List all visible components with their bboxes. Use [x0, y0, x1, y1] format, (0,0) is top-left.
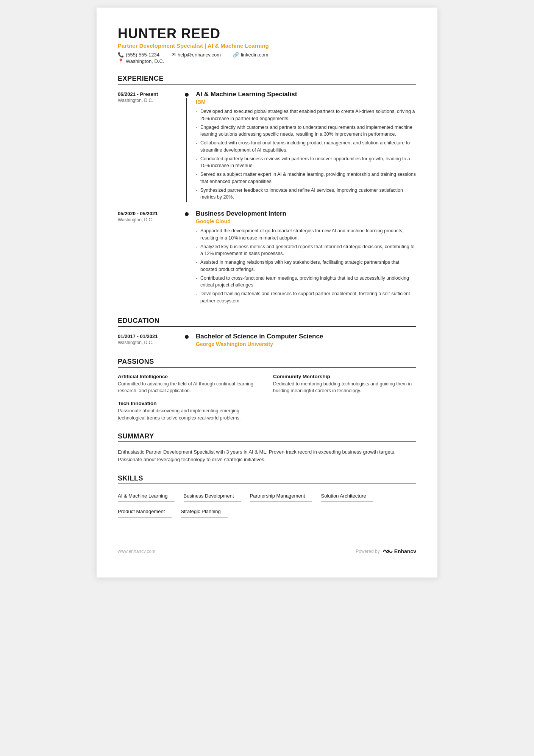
- bullet: Served as a subject matter expert in AI …: [196, 171, 416, 185]
- job-location-1: Washington, D.C.: [118, 98, 182, 103]
- powered-by-text: Powered by: [356, 549, 379, 554]
- bullet: Contributed to cross-functional team mee…: [196, 275, 416, 289]
- candidate-name: HUNTER REED: [118, 26, 416, 42]
- skills-title: SKILLS: [118, 474, 416, 484]
- dot-2: [185, 212, 189, 216]
- passions-title: PASSIONS: [118, 358, 416, 368]
- edu-location-1: Washington, D.C.: [118, 340, 182, 345]
- phone-contact: 📞 (555) 555-1234: [118, 52, 159, 58]
- contact-row: 📞 (555) 555-1234 ✉ help@enhancv.com 🔗 li…: [118, 52, 416, 58]
- skills-section: SKILLS AI & Machine Learning Business De…: [118, 474, 416, 521]
- email-icon: ✉: [172, 52, 176, 58]
- edu-school-1: George Washington University: [196, 341, 416, 347]
- skills-grid: AI & Machine Learning Business Developme…: [118, 490, 416, 521]
- passions-grid: Artificial Intelligence Committed to adv…: [118, 374, 416, 422]
- location-row: 📍 Washington, D.C.: [118, 58, 416, 64]
- experience-title: EXPERIENCE: [118, 75, 416, 85]
- resume-page: HUNTER REED Partner Development Speciali…: [97, 8, 437, 578]
- experience-section: EXPERIENCE 06/2021 - Present Washington,…: [118, 75, 416, 306]
- job-left-1: 06/2021 - Present Washington, D.C.: [118, 91, 182, 202]
- edu-left-1: 01/2017 - 01/2021 Washington, D.C.: [118, 333, 182, 347]
- bullet: Analyzed key business metrics and genera…: [196, 243, 416, 258]
- location-icon: 📍: [118, 58, 124, 64]
- bullet: Collaborated with cross-functional teams…: [196, 139, 416, 154]
- enhancv-brand-name: Enhancv: [394, 548, 416, 554]
- job-right-1: AI & Machine Learning Specialist IBM Dev…: [191, 91, 416, 202]
- bullet: Conducted quarterly business reviews wit…: [196, 155, 416, 170]
- passion-title-0: Artificial Intelligence: [118, 374, 261, 379]
- edu-right-1: Bachelor of Science in Computer Science …: [191, 333, 416, 347]
- summary-section: SUMMARY Enthusiastic Partner Development…: [118, 432, 416, 464]
- bullet: Engaged directly with customers and part…: [196, 124, 416, 138]
- bullet: Developed training materials and resourc…: [196, 290, 416, 305]
- job-location-2: Washington, D.C.: [118, 217, 182, 222]
- enhancv-logo-icon: [382, 548, 393, 555]
- location-text: Washington, D.C.: [126, 58, 164, 64]
- job-title-1: AI & Machine Learning Specialist: [196, 91, 416, 98]
- job-left-2: 05/2020 - 05/2021 Washington, D.C.: [118, 210, 182, 306]
- job-row-1: 06/2021 - Present Washington, D.C. AI & …: [118, 91, 416, 202]
- skill-tag-0: AI & Machine Learning: [118, 490, 175, 502]
- edu-degree-1: Bachelor of Science in Computer Science: [196, 333, 416, 340]
- job-date-1: 06/2021 - Present: [118, 91, 182, 97]
- bullet: Supported the development of go-to-marke…: [196, 227, 416, 242]
- passion-title-1: Community Mentorship: [273, 374, 416, 379]
- passion-item-1: Community Mentorship Dedicated to mentor…: [273, 374, 416, 395]
- email-contact: ✉ help@enhancv.com: [172, 52, 221, 58]
- skill-tag-4: Product Management: [118, 506, 172, 518]
- connector-1: [182, 91, 191, 202]
- passion-title-2: Tech Innovation: [118, 401, 261, 406]
- edu-row-1: 01/2017 - 01/2021 Washington, D.C. Bache…: [118, 333, 416, 347]
- edu-dot-1: [185, 335, 189, 339]
- summary-title: SUMMARY: [118, 432, 416, 442]
- bullet: Synthesized partner feedback to innovate…: [196, 187, 416, 201]
- job-bullets-1: Developed and executed global strategies…: [196, 108, 416, 201]
- skills-row-2: Product Management Strategic Planning: [118, 506, 416, 521]
- skill-tag-1: Business Development: [184, 490, 241, 502]
- skills-row-1: AI & Machine Learning Business Developme…: [118, 490, 416, 506]
- bullet: Developed and executed global strategies…: [196, 108, 416, 122]
- job-company-1: IBM: [196, 99, 416, 105]
- passion-desc-0: Committed to advancing the field of AI t…: [118, 380, 261, 395]
- education-title: EDUCATION: [118, 317, 416, 327]
- edu-date-1: 01/2017 - 01/2021: [118, 333, 182, 339]
- footer-powered: Powered by Enhancv: [356, 548, 416, 555]
- passion-desc-2: Passionate about discovering and impleme…: [118, 407, 261, 422]
- passion-item-0: Artificial Intelligence Committed to adv…: [118, 374, 261, 395]
- candidate-title: Partner Development Specialist | AI & Ma…: [118, 42, 416, 49]
- passion-item-2: Tech Innovation Passionate about discove…: [118, 401, 261, 422]
- summary-text: Enthusiastic Partner Development Special…: [118, 448, 416, 464]
- skill-tag-5: Strategic Planning: [181, 506, 228, 518]
- job-company-2: Google Cloud: [196, 218, 416, 224]
- connector-2: [182, 210, 191, 306]
- enhancv-logo: Enhancv: [382, 548, 416, 555]
- skill-tag-2: Partnership Management: [250, 490, 312, 502]
- footer-website: www.enhancv.com: [118, 549, 155, 554]
- job-right-2: Business Development Intern Google Cloud…: [191, 210, 416, 306]
- linkedin-contact: 🔗 linkedin.com: [233, 52, 268, 58]
- passions-section: PASSIONS Artificial Intelligence Committ…: [118, 358, 416, 422]
- edu-connector-1: [182, 333, 191, 347]
- skill-tag-3: Solution Architecture: [321, 490, 373, 502]
- footer: www.enhancv.com Powered by Enhancv: [118, 544, 416, 555]
- education-section: EDUCATION 01/2017 - 01/2021 Washington, …: [118, 317, 416, 347]
- phone-icon: 📞: [118, 52, 124, 58]
- phone-number: (555) 555-1234: [126, 52, 159, 58]
- bullet: Assisted in managing relationships with …: [196, 259, 416, 273]
- passion-desc-1: Dedicated to mentoring budding technolog…: [273, 380, 416, 395]
- linkedin-url: linkedin.com: [241, 52, 268, 58]
- job-title-2: Business Development Intern: [196, 210, 416, 218]
- job-date-2: 05/2020 - 05/2021: [118, 211, 182, 216]
- header-section: HUNTER REED Partner Development Speciali…: [118, 26, 416, 64]
- job-row-2: 05/2020 - 05/2021 Washington, D.C. Busin…: [118, 210, 416, 306]
- job-bullets-2: Supported the development of go-to-marke…: [196, 227, 416, 305]
- line-1: [186, 98, 187, 202]
- dot-1: [185, 93, 189, 97]
- email-address: help@enhancv.com: [178, 52, 221, 58]
- link-icon: 🔗: [233, 52, 239, 58]
